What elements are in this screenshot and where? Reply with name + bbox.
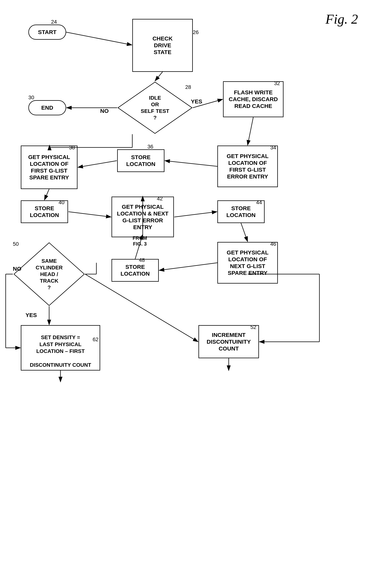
ref-52: 52	[251, 324, 256, 330]
ref-26: 26	[193, 29, 199, 35]
store-location-48-box: STORE LOCATION	[112, 259, 159, 282]
ref-42: 42	[157, 196, 163, 202]
ref-30: 30	[28, 94, 34, 101]
ref-32: 32	[274, 80, 280, 86]
get-phys-next-box: GET PHYSICAL LOCATION & NEXT G-LIST ERRO…	[112, 197, 174, 237]
figure-title: Fig. 2	[326, 11, 358, 27]
svg-line-31	[85, 274, 198, 342]
ref-38: 38	[69, 144, 75, 151]
no-label-idle: NO	[100, 108, 109, 114]
same-cyl-head-track-diamond: SAME CYLINDER HEAD / TRACK ?	[13, 242, 85, 306]
flash-write-cache-box: FLASH WRITE CACHE, DISCARD READ CACHE	[223, 81, 283, 117]
idle-self-test-diamond: IDLE OR SELF TEST ?	[117, 81, 193, 134]
svg-line-11	[248, 117, 253, 145]
get-phys-next-spare-box: GET PHYSICAL LOCATION OF NEXT G-LIST SPA…	[217, 242, 278, 284]
ref-48: 48	[139, 257, 145, 263]
from-fig3-label: FROM FIG. 3	[121, 235, 159, 247]
end-node: END	[28, 100, 66, 115]
check-drive-state-box: CHECK DRIVE STATE	[132, 19, 193, 72]
svg-line-4	[66, 32, 132, 45]
get-phys-spare-box: GET PHYSICAL LOCATION OF FIRST G-LIST SP…	[21, 145, 78, 189]
ref-62: 62	[93, 337, 98, 343]
increment-box: INCREMENT DISCONTUINITY COUNT	[198, 325, 259, 358]
svg-line-15	[68, 212, 111, 217]
ref-24: 24	[51, 19, 57, 25]
no-label-cyl: NO	[13, 266, 21, 272]
svg-line-12	[165, 161, 217, 166]
get-phys-error-box: GET PHYSICAL LOCATION OF FIRST G-LIST ER…	[217, 145, 278, 187]
svg-line-14	[44, 189, 49, 200]
ref-46: 46	[270, 241, 276, 247]
ref-44: 44	[256, 200, 262, 205]
store-location-36-box: STORE LOCATION	[117, 149, 165, 172]
start-node: START	[28, 25, 66, 40]
set-density-box: SET DENSITY = LAST PHYSICAL LOCATION – F…	[21, 325, 100, 371]
yes-label-idle: YES	[191, 98, 202, 105]
yes-label-cyl: YES	[26, 312, 37, 318]
ref-40: 40	[58, 200, 64, 205]
svg-line-5	[155, 72, 163, 81]
ref-34: 34	[270, 144, 276, 151]
svg-line-13	[78, 161, 117, 167]
ref-28: 28	[185, 84, 191, 90]
svg-line-18	[159, 263, 217, 270]
ref-50: 50	[13, 241, 19, 247]
svg-line-17	[241, 223, 248, 242]
svg-line-16	[174, 212, 217, 217]
ref-36: 36	[147, 144, 153, 150]
